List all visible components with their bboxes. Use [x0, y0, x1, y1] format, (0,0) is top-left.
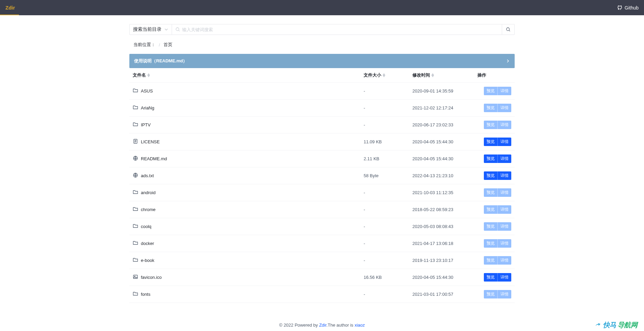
svg-point-1	[507, 28, 510, 31]
footer-mid: .The author is	[326, 323, 355, 323]
detail-button[interactable]: 详情	[497, 188, 511, 197]
table-body: ASUS-2020-09-01 14:35:59预览详情AriaNg-2021-…	[129, 83, 515, 303]
detail-button[interactable]: 详情	[497, 273, 511, 282]
file-icon	[133, 139, 138, 145]
detail-button[interactable]: 详情	[497, 239, 511, 248]
detail-button[interactable]: 详情	[497, 205, 511, 214]
folder-icon	[133, 88, 138, 94]
preview-button[interactable]: 预览	[484, 138, 497, 146]
file-name-link[interactable]: fonts	[133, 291, 364, 297]
table-row: LICENSE11.09 KB2020-04-05 15:44:30预览详情	[129, 133, 515, 150]
file-ops: 预览详情	[477, 171, 511, 180]
file-name-link[interactable]: ASUS	[133, 88, 364, 94]
file-size: -	[364, 122, 412, 127]
file-name: chrome	[141, 207, 155, 212]
file-time: 2022-04-13 21:23:10	[412, 173, 477, 178]
file-time: 2021-03-01 17:00:57	[412, 292, 477, 297]
preview-button[interactable]: 预览	[484, 154, 497, 163]
file-name: fonts	[141, 292, 150, 297]
preview-button[interactable]: 预览	[484, 87, 497, 95]
file-name-link[interactable]: chrome	[133, 206, 364, 213]
detail-button[interactable]: 详情	[497, 154, 511, 163]
file-name-link[interactable]: e-book	[133, 257, 364, 264]
readme-panel-header[interactable]: 使用说明（README.md）	[129, 54, 515, 68]
file-name-link[interactable]: favicon.ico	[133, 274, 364, 281]
file-name: ads.txt	[141, 173, 154, 178]
detail-button[interactable]: 详情	[497, 256, 511, 265]
detail-button[interactable]: 详情	[497, 171, 511, 180]
table-row: coolq-2020-05-03 08:08:43预览详情	[129, 218, 515, 235]
footer-link-author[interactable]: xiaoz	[355, 323, 365, 323]
file-name-link[interactable]: README.md	[133, 156, 364, 162]
file-name: favicon.ico	[141, 275, 162, 280]
table-row: ASUS-2020-09-01 14:35:59预览详情	[129, 83, 515, 100]
detail-button[interactable]: 详情	[497, 138, 511, 146]
table-row: README.md2.11 KB2020-04-05 15:44:30预览详情	[129, 150, 515, 167]
breadcrumb: 当前位置： / 首页	[129, 38, 515, 51]
folder-icon	[133, 122, 138, 128]
sort-icon[interactable]	[147, 73, 150, 77]
preview-button[interactable]: 预览	[484, 239, 497, 248]
main-container: 搜索当前目录 当前位置： / 首页 使用说明（README.md） 文件名 文件…	[129, 24, 515, 323]
preview-button[interactable]: 预览	[484, 205, 497, 214]
sort-icon[interactable]	[383, 73, 385, 77]
file-ops: 预览详情	[477, 154, 511, 163]
md-icon	[133, 156, 138, 162]
file-ops: 预览详情	[477, 290, 511, 298]
md-icon	[133, 172, 138, 179]
preview-button[interactable]: 预览	[484, 290, 497, 298]
column-header-time[interactable]: 修改时间	[412, 72, 477, 78]
preview-button[interactable]: 预览	[484, 104, 497, 112]
file-name: android	[141, 190, 155, 195]
preview-button[interactable]: 预览	[484, 121, 497, 129]
image-icon	[133, 274, 138, 281]
detail-button[interactable]: 详情	[497, 290, 511, 298]
detail-button[interactable]: 详情	[497, 222, 511, 231]
file-name: IPTV	[141, 122, 151, 127]
file-name-link[interactable]: IPTV	[133, 122, 364, 128]
file-name-link[interactable]: ads.txt	[133, 172, 364, 179]
github-link[interactable]: Github	[617, 5, 639, 11]
detail-button[interactable]: 详情	[497, 121, 511, 129]
search-button[interactable]	[502, 24, 514, 35]
column-header-name[interactable]: 文件名	[133, 72, 364, 78]
file-ops: 预览详情	[477, 205, 511, 214]
preview-button[interactable]: 预览	[484, 256, 497, 265]
file-time: 2021-10-03 11:12:35	[412, 190, 477, 195]
table-row: chrome-2018-05-22 08:59:23预览详情	[129, 201, 515, 218]
chevron-down-icon	[164, 27, 168, 32]
column-header-size[interactable]: 文件大小	[364, 72, 412, 78]
search-scope-label: 搜索当前目录	[133, 26, 162, 33]
github-label: Github	[625, 5, 639, 11]
file-ops: 预览详情	[477, 104, 511, 112]
file-name-link[interactable]: LICENSE	[133, 139, 364, 145]
file-name-link[interactable]: docker	[133, 240, 364, 247]
svg-rect-3	[133, 275, 137, 278]
table-row: IPTV-2020-06-17 23:02:33预览详情	[129, 117, 515, 133]
footer: © 2022 Powered by Zdir.The author is xia…	[0, 319, 644, 323]
file-name-link[interactable]: AriaNg	[133, 105, 364, 111]
file-ops: 预览详情	[477, 121, 511, 129]
detail-button[interactable]: 详情	[497, 104, 511, 112]
table-row: docker-2021-04-17 13:06:18预览详情	[129, 235, 515, 252]
footer-link-zdir[interactable]: Zdir	[319, 323, 326, 323]
breadcrumb-home[interactable]: 首页	[164, 42, 172, 48]
preview-button[interactable]: 预览	[484, 273, 497, 282]
search-scope-select[interactable]: 搜索当前目录	[130, 24, 172, 35]
file-name-link[interactable]: android	[133, 189, 364, 196]
file-name-link[interactable]: coolq	[133, 223, 364, 230]
sort-icon[interactable]	[431, 73, 434, 77]
table-row: favicon.ico16.56 KB2020-04-05 15:44:30预览…	[129, 269, 515, 286]
file-size: -	[364, 258, 412, 263]
folder-icon	[133, 206, 138, 213]
preview-button[interactable]: 预览	[484, 171, 497, 180]
file-name: LICENSE	[141, 139, 160, 144]
github-icon	[617, 5, 623, 11]
brand[interactable]: Zdir	[5, 5, 15, 11]
preview-button[interactable]: 预览	[484, 222, 497, 231]
file-size: -	[364, 207, 412, 212]
file-time: 2020-04-05 15:44:30	[412, 156, 477, 161]
detail-button[interactable]: 详情	[497, 87, 511, 95]
preview-button[interactable]: 预览	[484, 188, 497, 197]
search-input[interactable]	[182, 27, 498, 32]
